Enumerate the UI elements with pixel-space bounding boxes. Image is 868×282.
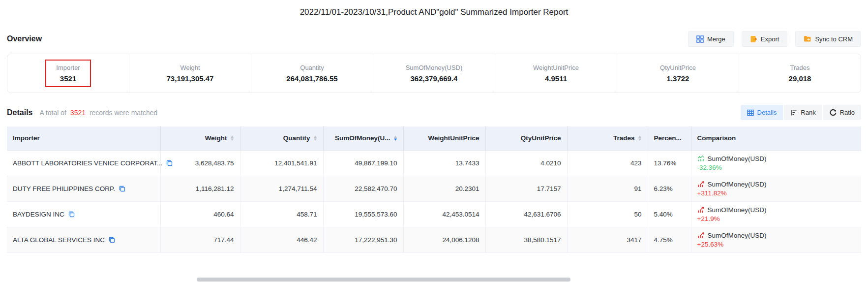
stat-value: 3521 [60, 74, 76, 83]
copy-icon[interactable] [68, 211, 75, 218]
stat-label: SumOfMoney(USD) [406, 64, 463, 71]
table-row: ABBOTT LABORATORIES VENICE CORPORAT...3,… [7, 150, 861, 176]
overview-heading: Overview [7, 34, 42, 43]
importer-name-link[interactable]: ALTA GLOBAL SERVICES INC [13, 236, 105, 244]
details-heading: Details [7, 108, 32, 117]
comparison-metric: SumOfMoney(USD) [708, 232, 767, 239]
column-header-quantity[interactable]: Quantity▲▼ [240, 126, 323, 150]
sort-caret-icon[interactable]: ▲▼ [393, 135, 397, 141]
copy-icon[interactable] [166, 160, 173, 166]
record-count: 3521 [68, 109, 88, 117]
cell-quantity: 12,401,541.91 [240, 150, 323, 176]
sort-caret-icon[interactable]: ▲▼ [313, 135, 317, 141]
tab-label: Ratio [840, 109, 855, 116]
cell-importer: ABBOTT LABORATORIES VENICE CORPORAT... [7, 150, 160, 176]
cell-weight: 1,116,281.12 [160, 176, 240, 201]
stat-value: 1.3722 [667, 74, 689, 83]
tab-details[interactable]: Details [741, 105, 783, 120]
comparison-change: -32.36% [697, 164, 856, 171]
cell-sum-of-money: 19,555,573.60 [323, 201, 403, 227]
sync-to-crm-button[interactable]: Sync to CRM [795, 31, 861, 47]
cell-weight: 717.44 [160, 227, 240, 252]
rank-bars-icon [790, 109, 797, 116]
tab-label: Details [757, 109, 777, 116]
copy-icon[interactable] [119, 186, 125, 192]
cell-comparison: SumOfMoney(USD)+21.9% [691, 201, 861, 227]
overview-stat-weightunitprice: WeightUnitPrice4.9511 [495, 54, 617, 93]
stat-value: 362,379,669.4 [411, 74, 458, 83]
highlight-annotation-box: Importer3521 [45, 60, 90, 87]
column-header-weight[interactable]: Weight▲▼ [160, 126, 240, 150]
cell-qty-unit-price: 42,631.6706 [485, 201, 567, 227]
sync-folder-icon [804, 35, 811, 42]
stat-label: Quantity [300, 64, 324, 71]
tab-ratio[interactable]: Ratio [823, 105, 861, 120]
importer-name-link[interactable]: BAYDESIGN INC [13, 211, 64, 218]
cell-percent: 13.76% [648, 150, 691, 176]
tab-rank[interactable]: Rank [784, 105, 822, 120]
cell-weight-unit-price: 42,453.0514 [403, 201, 485, 227]
stat-label: Weight [180, 64, 200, 71]
column-label: Comparison [697, 134, 736, 142]
cell-importer: DUTY FREE PHILIPPINES CORP. [7, 176, 160, 201]
column-header-comparison: Comparison [691, 126, 861, 150]
stat-value: 264,081,786.55 [286, 74, 337, 83]
column-label: QtyUnitPrice [521, 134, 561, 142]
comparison-metric: SumOfMoney(USD) [708, 206, 767, 214]
toolbar-buttons: MergeExportSync to CRM [688, 31, 861, 47]
bar-chart-up-icon [697, 181, 705, 188]
cell-weight-unit-price: 20.2301 [403, 176, 485, 201]
table-row: ALTA GLOBAL SERVICES INC717.44446.4217,2… [7, 227, 861, 252]
merge-grid-icon [696, 35, 704, 43]
cell-comparison: SumOfMoney(USD)+311.82% [691, 176, 861, 201]
sort-caret-icon[interactable]: ▲▼ [230, 135, 234, 141]
overview-toolbar: Overview MergeExportSync to CRM [0, 31, 868, 47]
column-header-importer: Importer [7, 126, 160, 150]
stat-content: Quantity264,081,786.55 [275, 60, 348, 87]
overview-stat-qtyunitprice: QtyUnitPrice1.3722 [617, 54, 739, 93]
column-header-trades[interactable]: Trades▲▼ [567, 126, 648, 150]
table-row: BAYDESIGN INC460.64458.7119,555,573.6042… [7, 201, 861, 227]
stat-content: Trades29,018 [778, 60, 822, 87]
overview-stat-importer: Importer3521 [7, 54, 129, 93]
button-label: Export [761, 35, 779, 43]
comparison-change: +311.82% [697, 189, 856, 197]
cell-trades: 91 [567, 176, 648, 201]
cell-weight: 460.64 [160, 201, 240, 227]
overview-stat-trades: Trades29,018 [739, 54, 861, 93]
view-tabs: DetailsRankRatio [741, 105, 861, 120]
column-label: SumOfMoney(U... [335, 134, 390, 142]
overview-stat-weight: Weight73,191,305.47 [129, 54, 251, 93]
page-title: 2022/11/01-2023/10/31,Product AND"gold" … [0, 0, 868, 17]
stat-value: 73,191,305.47 [167, 74, 214, 83]
cell-weight-unit-price: 13.7433 [403, 150, 485, 176]
bar-chart-up-icon [697, 206, 705, 213]
column-label: Weight [205, 134, 227, 142]
cell-percent: 4.75% [648, 227, 691, 252]
cell-trades: 3417 [567, 227, 648, 252]
table-row: DUTY FREE PHILIPPINES CORP.1,116,281.121… [7, 176, 861, 201]
merge-button[interactable]: Merge [688, 31, 734, 47]
column-label: WeightUnitPrice [428, 134, 479, 142]
importer-name-link[interactable]: ABBOTT LABORATORIES VENICE CORPORAT... [13, 159, 162, 167]
cell-comparison: SumOfMoney(USD)+25.63% [691, 227, 861, 252]
horizontal-scrollbar-thumb[interactable] [197, 278, 570, 282]
comparison-metric: SumOfMoney(USD) [708, 155, 767, 162]
stat-label: QtyUnitPrice [660, 64, 696, 71]
cell-sum-of-money: 22,582,470.70 [323, 176, 403, 201]
cell-percent: 6.23% [648, 176, 691, 201]
cell-trades: 50 [567, 201, 648, 227]
column-header-sumofmoney-u-[interactable]: SumOfMoney(U...▲▼ [323, 126, 403, 150]
column-header-qtyunitprice: QtyUnitPrice [485, 126, 567, 150]
stat-content: Weight73,191,305.47 [156, 60, 225, 87]
stat-content: WeightUnitPrice4.9511 [522, 60, 590, 87]
sort-caret-icon[interactable]: ▲▼ [638, 135, 642, 141]
copy-icon[interactable] [109, 237, 115, 243]
export-button[interactable]: Export [742, 31, 788, 47]
column-header-weightunitprice: WeightUnitPrice [403, 126, 485, 150]
column-label: Importer [13, 134, 40, 142]
cell-quantity: 446.42 [240, 227, 323, 252]
importer-name-link[interactable]: DUTY FREE PHILIPPINES CORP. [13, 185, 115, 192]
comparison-change: +21.9% [697, 215, 856, 222]
stat-content: SumOfMoney(USD)362,379,669.4 [395, 60, 474, 87]
